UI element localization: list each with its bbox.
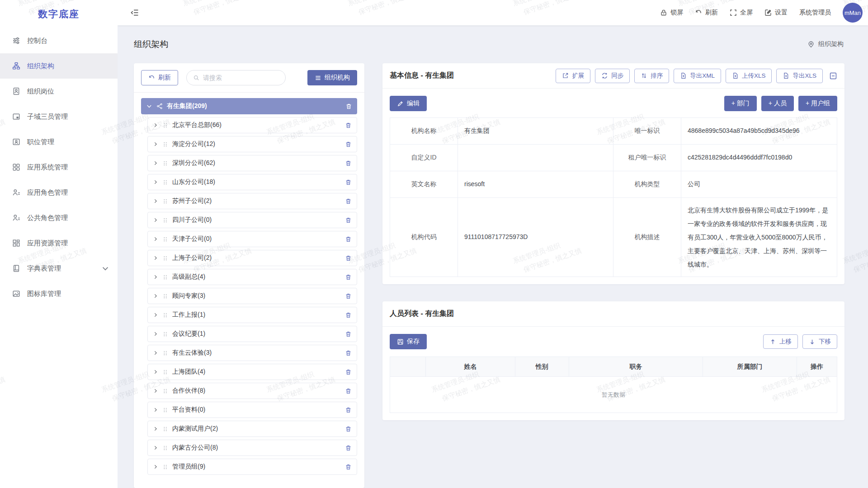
sidebar-item[interactable]: 应用资源管理	[0, 230, 118, 256]
trash-icon[interactable]	[345, 388, 352, 394]
collapse-panel-icon[interactable]	[829, 72, 837, 80]
sidebar-item[interactable]: 子域三员管理	[0, 104, 118, 129]
chevron-right-icon[interactable]	[153, 236, 158, 242]
tree-item[interactable]: 会议纪要(1)	[147, 326, 357, 342]
move-down-button[interactable]: 下移	[802, 334, 837, 349]
drag-handle-icon[interactable]	[162, 179, 168, 185]
trash-icon[interactable]	[345, 179, 352, 186]
avatar[interactable]: mMan	[843, 3, 863, 23]
drag-handle-icon[interactable]	[162, 293, 168, 299]
drag-handle-icon[interactable]	[162, 445, 168, 451]
trash-icon[interactable]	[345, 255, 352, 262]
header-action[interactable]: 刷新	[695, 9, 718, 17]
trash-icon[interactable]	[345, 350, 352, 357]
chevron-right-icon[interactable]	[153, 274, 158, 280]
drag-handle-icon[interactable]	[162, 141, 168, 147]
tree-item[interactable]: 山东分公司(18)	[147, 174, 357, 190]
chevron-right-icon[interactable]	[153, 464, 158, 469]
drag-handle-icon[interactable]	[162, 236, 168, 242]
chevron-right-icon[interactable]	[153, 255, 158, 261]
current-user[interactable]: 系统管理员	[799, 9, 831, 17]
drag-handle-icon[interactable]	[162, 426, 168, 432]
drag-handle-icon[interactable]	[162, 274, 168, 280]
header-action[interactable]: 设置	[764, 9, 788, 17]
chevron-right-icon[interactable]	[153, 198, 158, 204]
info-toolbar-button[interactable]: 同步	[595, 69, 630, 83]
sidebar-item[interactable]: 公共角色管理	[0, 205, 118, 230]
drag-handle-icon[interactable]	[162, 350, 168, 356]
chevron-down-icon[interactable]	[146, 103, 152, 109]
trash-icon[interactable]	[345, 445, 352, 451]
sidebar-item[interactable]: 字典表管理	[0, 256, 118, 281]
tree-item[interactable]: 内蒙测试用户(2)	[147, 421, 357, 437]
chevron-right-icon[interactable]	[153, 445, 158, 450]
move-up-button[interactable]: 上移	[763, 334, 798, 349]
chevron-right-icon[interactable]	[153, 350, 158, 356]
trash-icon[interactable]	[345, 160, 352, 167]
trash-icon[interactable]	[345, 426, 352, 432]
drag-handle-icon[interactable]	[162, 255, 168, 261]
chevron-right-icon[interactable]	[153, 388, 158, 394]
tree-item[interactable]: 上海子公司(2)	[147, 250, 357, 266]
sidebar-item[interactable]: 应用角色管理	[0, 180, 118, 205]
save-button[interactable]: 保存	[390, 334, 427, 349]
edit-button[interactable]: 编辑	[390, 96, 427, 111]
trash-icon[interactable]	[345, 369, 352, 375]
refresh-tree-button[interactable]: 刷新	[141, 70, 178, 85]
header-action[interactable]: 全屏	[730, 9, 753, 17]
tree-item[interactable]: 北京平台总部(66)	[147, 117, 357, 133]
tree-item[interactable]: 苏州子公司(2)	[147, 193, 357, 209]
drag-handle-icon[interactable]	[162, 217, 168, 223]
chevron-right-icon[interactable]	[153, 160, 158, 166]
trash-icon[interactable]	[345, 293, 352, 300]
add-button[interactable]: + 人员	[761, 96, 794, 111]
add-button[interactable]: + 部门	[724, 96, 757, 111]
sidebar-item[interactable]: 职位管理	[0, 129, 118, 155]
tree-item[interactable]: 合作伙伴(8)	[147, 383, 357, 399]
tree-item[interactable]: 内蒙古分公司(8)	[147, 440, 357, 456]
trash-icon[interactable]	[345, 122, 352, 129]
trash-icon[interactable]	[345, 103, 352, 110]
sidebar-item[interactable]: 组织岗位	[0, 79, 118, 104]
trash-icon[interactable]	[345, 331, 352, 338]
trash-icon[interactable]	[345, 312, 352, 319]
sidebar-item[interactable]: 图标库管理	[0, 281, 118, 306]
trash-icon[interactable]	[345, 464, 352, 470]
chevron-right-icon[interactable]	[153, 369, 158, 375]
sidebar-item[interactable]: 组织架构	[0, 53, 118, 79]
chevron-right-icon[interactable]	[153, 293, 158, 299]
trash-icon[interactable]	[345, 236, 352, 243]
info-toolbar-button[interactable]: 导出XML	[674, 69, 721, 83]
drag-handle-icon[interactable]	[162, 388, 168, 394]
trash-icon[interactable]	[345, 407, 352, 413]
chevron-right-icon[interactable]	[153, 217, 158, 223]
chevron-right-icon[interactable]	[153, 179, 158, 185]
drag-handle-icon[interactable]	[162, 160, 168, 166]
menu-fold-icon[interactable]	[130, 8, 139, 17]
sidebar-item[interactable]: 控制台	[0, 28, 118, 53]
tree-item[interactable]: 平台资料(0)	[147, 402, 357, 418]
tree-root-node[interactable]: 有生集团(209)	[141, 98, 357, 114]
header-action[interactable]: 锁屏	[660, 9, 683, 17]
tree-item[interactable]: 天津子公司(0)	[147, 231, 357, 247]
info-toolbar-button[interactable]: 上传XLS	[726, 69, 772, 83]
tree-item[interactable]: 顾问专家(3)	[147, 288, 357, 304]
org-structure-button[interactable]: 组织机构	[307, 70, 357, 85]
trash-icon[interactable]	[345, 217, 352, 224]
tree-item[interactable]: 海淀分公司(12)	[147, 136, 357, 152]
chevron-right-icon[interactable]	[153, 122, 158, 128]
drag-handle-icon[interactable]	[162, 369, 168, 375]
tree-item[interactable]: 四川子公司(0)	[147, 212, 357, 228]
trash-icon[interactable]	[345, 198, 352, 205]
sidebar-item[interactable]: 应用系统管理	[0, 155, 118, 180]
tree-item[interactable]: 高级副总(4)	[147, 269, 357, 285]
tree-item[interactable]: 有生云体验(3)	[147, 345, 357, 361]
chevron-right-icon[interactable]	[153, 331, 158, 337]
breadcrumb[interactable]: 组织架构	[807, 40, 844, 48]
drag-handle-icon[interactable]	[162, 331, 168, 337]
tree-search-input[interactable]	[203, 74, 279, 81]
tree-item[interactable]: 深圳分公司(62)	[147, 155, 357, 171]
chevron-right-icon[interactable]	[153, 141, 158, 147]
drag-handle-icon[interactable]	[162, 198, 168, 204]
tree-item[interactable]: 工作上报(1)	[147, 307, 357, 323]
